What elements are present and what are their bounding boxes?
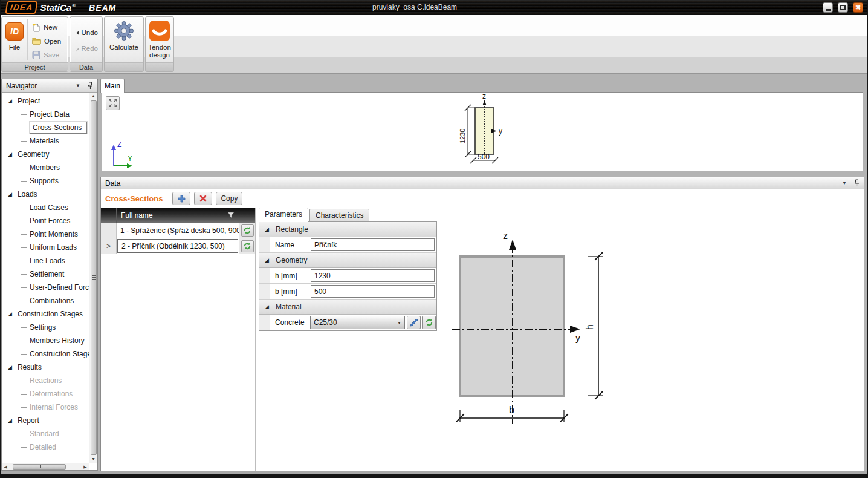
- expander-icon[interactable]: ◢: [8, 364, 12, 370]
- update-material-button[interactable]: [422, 316, 436, 329]
- main-viewport[interactable]: z y 1230 500 Z Y: [102, 92, 863, 171]
- expander-icon[interactable]: ◢: [8, 417, 12, 424]
- zoom-fit-button[interactable]: [106, 96, 120, 110]
- scroll-right-icon[interactable]: ▶: [82, 463, 89, 471]
- table-row-selected[interactable]: > 2 - Příčník (Obdélník 1230, 500): [101, 238, 255, 254]
- nav-group-loads[interactable]: ◢Loads: [2, 188, 89, 201]
- nav-group-construction-stages[interactable]: ◢Construction Stages: [2, 307, 89, 321]
- navigator-horizontal-scrollbar[interactable]: ◀ ▶: [2, 463, 89, 470]
- nav-item-settlement[interactable]: Settlement: [2, 267, 89, 281]
- filter-icon[interactable]: [227, 212, 235, 218]
- add-cross-section-button[interactable]: [172, 192, 190, 205]
- nav-item-deformations[interactable]: Deformations: [2, 387, 89, 401]
- nav-item-load-cases[interactable]: Load Cases: [2, 201, 89, 214]
- navigator-dropdown-icon[interactable]: ▼: [76, 83, 80, 88]
- expander-icon[interactable]: ◢: [8, 191, 12, 197]
- new-button[interactable]: New: [30, 21, 63, 33]
- edit-material-button[interactable]: [407, 316, 421, 329]
- pin-icon[interactable]: [88, 82, 93, 90]
- table-row[interactable]: 1 - Spřaženec (Spřaž deska 500, 900): [101, 223, 255, 238]
- delete-cross-section-button[interactable]: [194, 192, 212, 205]
- nav-item-construction-stages[interactable]: Construction Stages: [2, 347, 89, 361]
- expander-icon[interactable]: ◢: [8, 311, 12, 317]
- section-drawing-viewport[interactable]: z y h b: [437, 208, 864, 471]
- product-name: BEAM: [89, 3, 116, 13]
- minimize-button[interactable]: [823, 2, 833, 13]
- nav-item-reactions[interactable]: Reactions: [2, 374, 89, 387]
- nav-item-cross-sections[interactable]: Cross-Sections: [2, 121, 89, 134]
- scroll-left-icon[interactable]: ◀: [2, 463, 9, 471]
- scrollbar-thumb[interactable]: [13, 464, 66, 470]
- save-button[interactable]: Save: [30, 49, 63, 61]
- window-controls: ✖: [823, 2, 863, 13]
- scroll-down-icon[interactable]: ▼: [91, 456, 96, 463]
- cross-section-name-cell[interactable]: 2 - Příčník (Obdélník 1230, 500): [117, 239, 238, 253]
- expander-icon[interactable]: ◢: [8, 98, 12, 104]
- pin-icon[interactable]: [854, 179, 860, 187]
- z-axis-arrow: [509, 240, 516, 250]
- nav-item-internal-forces[interactable]: Internal Forces: [2, 401, 89, 414]
- expander-icon[interactable]: ◢: [8, 151, 12, 157]
- open-button[interactable]: Open: [30, 35, 63, 47]
- table-header-full-name[interactable]: Full name: [117, 208, 239, 223]
- nav-item-members-history[interactable]: Members History: [2, 334, 89, 347]
- group-material[interactable]: ◢ Material: [259, 300, 436, 315]
- b-input[interactable]: 500: [311, 285, 435, 298]
- group-geometry[interactable]: ◢ Geometry: [259, 253, 436, 268]
- nav-item-user-defined-forces[interactable]: User-Defined Forces: [2, 281, 89, 294]
- ribbon-group-label-data: Data: [70, 62, 102, 71]
- nav-item-standard[interactable]: Standard: [2, 427, 89, 440]
- cross-section-name-cell[interactable]: 1 - Spřaženec (Spřaž deska 500, 900): [117, 223, 239, 238]
- expander-icon[interactable]: ◢: [265, 226, 269, 232]
- redo-button[interactable]: Redo: [74, 42, 100, 54]
- property-row-name: Name Příčník: [259, 237, 436, 253]
- nav-item-combinations[interactable]: Combinations: [2, 294, 89, 307]
- z-axis-arrow: [111, 145, 116, 150]
- nav-item-supports[interactable]: Supports: [2, 174, 89, 188]
- y-axis-label: y: [575, 333, 580, 343]
- nav-item-point-moments[interactable]: Point Moments: [2, 228, 89, 241]
- nav-group-report[interactable]: ◢Report: [2, 414, 89, 427]
- row-actions-cell: [239, 223, 255, 238]
- expander-icon[interactable]: ◢: [265, 304, 269, 310]
- file-button[interactable]: ID File: [2, 17, 27, 62]
- close-button[interactable]: ✖: [853, 2, 863, 13]
- nav-item-line-loads[interactable]: Line Loads: [2, 254, 89, 267]
- concrete-select[interactable]: C25/30 ▼: [310, 316, 405, 329]
- h-input[interactable]: 1230: [311, 269, 435, 282]
- scrollbar-thumb[interactable]: [91, 100, 97, 455]
- row-selector-cell[interactable]: [101, 223, 117, 238]
- tendon-design-button[interactable]: Tendondesign: [146, 17, 173, 62]
- nav-group-project[interactable]: ◢Project: [2, 94, 89, 108]
- nav-item-uniform-loads[interactable]: Uniform Loads: [2, 241, 89, 254]
- group-rectangle[interactable]: ◢ Rectangle: [259, 222, 436, 237]
- fit-arrows-icon: [108, 99, 117, 108]
- nav-item-detailed[interactable]: Detailed: [2, 440, 89, 454]
- expander-icon[interactable]: ◢: [265, 257, 269, 263]
- nav-item-materials[interactable]: Materials: [2, 134, 89, 148]
- navigator-vertical-scrollbar[interactable]: ▲ ▼: [89, 93, 97, 463]
- undo-button[interactable]: Undo: [74, 27, 100, 39]
- nav-group-results[interactable]: ◢Results: [2, 361, 89, 374]
- nav-group-geometry[interactable]: ◢Geometry: [2, 148, 89, 161]
- parameters-pane: Parameters Characteristics ◢ Rectangle N…: [256, 208, 437, 471]
- update-section-button[interactable]: [241, 224, 254, 237]
- idea-statica-beam-window: { "titlebar": { "brand_idea": "IDEA", "b…: [0, 0, 868, 478]
- copy-cross-section-button[interactable]: Copy: [216, 192, 242, 205]
- maximize-button[interactable]: [838, 2, 848, 13]
- nav-item-members[interactable]: Members: [2, 161, 89, 174]
- tab-main[interactable]: Main: [100, 79, 125, 93]
- nav-item-point-forces[interactable]: Point Forces: [2, 214, 89, 228]
- update-section-button[interactable]: [241, 240, 254, 252]
- calculate-button[interactable]: Calculate: [105, 17, 143, 62]
- nav-item-project-data[interactable]: Project Data: [2, 108, 89, 121]
- z-axis-label: Z: [117, 140, 121, 149]
- row-selector-cell[interactable]: >: [101, 238, 117, 254]
- tab-characteristics[interactable]: Characteristics: [309, 209, 369, 222]
- tab-parameters[interactable]: Parameters: [259, 208, 308, 222]
- scroll-up-icon[interactable]: ▲: [91, 93, 96, 100]
- data-dropdown-icon[interactable]: ▼: [842, 180, 847, 186]
- nav-item-settings[interactable]: Settings: [2, 321, 89, 334]
- name-input[interactable]: Příčník: [311, 238, 435, 251]
- row-gutter: [259, 315, 270, 330]
